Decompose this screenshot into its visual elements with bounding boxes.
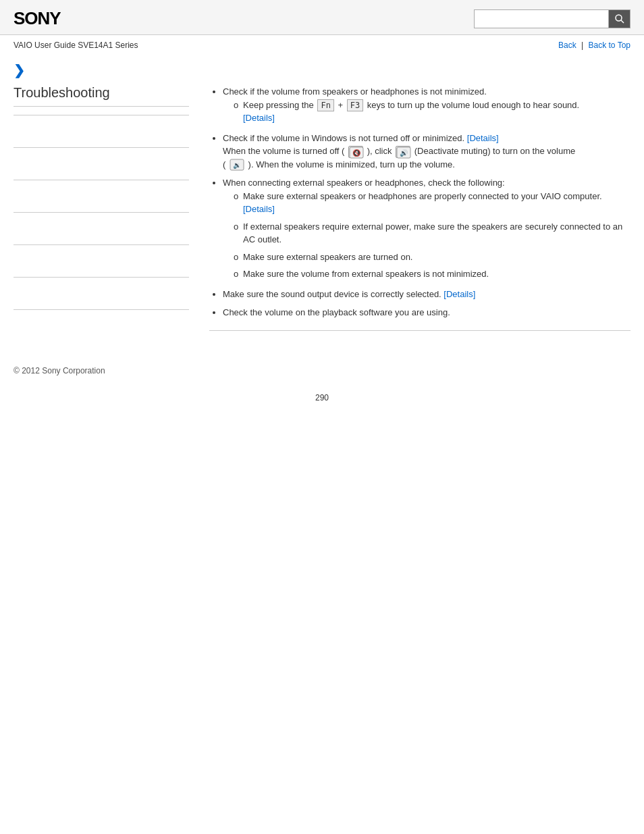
search-input[interactable] bbox=[474, 9, 609, 28]
speaker-icon-svg: 🔉 bbox=[230, 159, 244, 171]
content-area: Check if the volume from speakers or hea… bbox=[203, 85, 630, 342]
svg-text:🔊: 🔊 bbox=[400, 149, 408, 157]
bullet1-text: Check if the volume from speakers or hea… bbox=[223, 86, 487, 97]
bullet2-body4b: ). When the volume is minimized, turn up… bbox=[248, 159, 455, 170]
sub-item-3-2: If external speakers require external po… bbox=[234, 220, 630, 246]
sidebar-divider-5 bbox=[14, 244, 189, 245]
sidebar-section-title: Troubleshooting bbox=[14, 85, 189, 107]
sidebar-divider-2 bbox=[14, 147, 189, 148]
sub1-1-post: keys to turn up the volume loud enough t… bbox=[367, 100, 579, 110]
svg-point-0 bbox=[616, 15, 622, 21]
deactivate-mute-icon-svg: 🔊 bbox=[396, 147, 411, 159]
search-icon bbox=[614, 14, 625, 24]
list-item-4: Make sure the sound output device is cor… bbox=[223, 288, 630, 301]
details-link-4[interactable]: [Details] bbox=[444, 289, 475, 299]
sub-item-1-1: Keep pressing the Fn + F3 keys to turn u… bbox=[234, 99, 630, 125]
bullet2-pre: Check if the volume in Windows is not tu… bbox=[223, 133, 464, 143]
breadcrumb-bar: VAIO User Guide SVE14A1 Series Back | Ba… bbox=[0, 35, 644, 55]
content-bottom-divider bbox=[209, 330, 630, 331]
sub-item-3-3: Make sure external speakers are turned o… bbox=[234, 251, 630, 264]
search-button[interactable] bbox=[609, 9, 630, 28]
sidebar-item-4 bbox=[14, 219, 189, 238]
sidebar-item-2 bbox=[14, 155, 189, 173]
page-number: 290 bbox=[0, 386, 644, 409]
sub3-1-pre: Make sure external speakers or headphone… bbox=[243, 191, 602, 201]
sidebar-divider-7 bbox=[14, 309, 189, 310]
chevron-area: ❯ bbox=[0, 55, 644, 78]
mute-icon: 🔇 bbox=[348, 146, 363, 158]
nav-separator: | bbox=[581, 41, 583, 50]
sidebar-divider-4 bbox=[14, 212, 189, 213]
list-item-5: Check the volume on the playback softwar… bbox=[223, 306, 630, 319]
copyright-text: © 2012 Sony Corporation bbox=[14, 366, 105, 375]
list-item-2: Check if the volume in Windows is not tu… bbox=[223, 132, 630, 172]
svg-line-1 bbox=[621, 20, 624, 23]
sub1-1-plus: + bbox=[338, 100, 346, 110]
sub-list-3: Make sure external speakers or headphone… bbox=[223, 190, 630, 281]
main-list: Check if the volume from speakers or hea… bbox=[209, 85, 630, 319]
sidebar-item-1 bbox=[14, 122, 189, 140]
bullet2-body2: ), click bbox=[367, 146, 394, 156]
sony-logo: SONY bbox=[14, 8, 61, 29]
bullet2-body4a: ( bbox=[223, 159, 225, 170]
sub1-1-key2: F3 bbox=[347, 99, 363, 111]
nav-links: Back | Back to Top bbox=[558, 41, 630, 50]
details-link-3[interactable]: [Details] bbox=[243, 204, 275, 214]
sub1-1-pre: Keep pressing the bbox=[243, 100, 314, 110]
sub1-1-keys: Fn bbox=[317, 99, 333, 111]
speaker-icon: 🔉 bbox=[230, 159, 244, 171]
chevron-right-icon: ❯ bbox=[14, 63, 25, 78]
svg-text:🔇: 🔇 bbox=[352, 149, 361, 157]
back-link[interactable]: Back bbox=[558, 41, 576, 50]
sidebar-divider-6 bbox=[14, 277, 189, 278]
sidebar-item-5 bbox=[14, 252, 189, 270]
bullet3-text: When connecting external speakers or hea… bbox=[223, 178, 505, 188]
bullet2-body3: (Deactivate muting) to turn on the volum… bbox=[414, 146, 575, 156]
list-item-1: Check if the volume from speakers or hea… bbox=[223, 85, 630, 125]
mute-icon-svg: 🔇 bbox=[349, 147, 364, 159]
details-link-1[interactable]: [Details] bbox=[243, 113, 275, 123]
bullet2-body1: When the volume is turned off ( bbox=[223, 146, 344, 156]
sidebar-item-3 bbox=[14, 187, 189, 205]
page-header: SONY bbox=[0, 0, 644, 35]
list-item-3: When connecting external speakers or hea… bbox=[223, 176, 630, 281]
search-area bbox=[474, 9, 630, 28]
sub-list-1: Keep pressing the Fn + F3 keys to turn u… bbox=[223, 99, 630, 125]
svg-text:🔉: 🔉 bbox=[233, 161, 242, 170]
footer: © 2012 Sony Corporation bbox=[0, 355, 644, 386]
guide-title: VAIO User Guide SVE14A1 Series bbox=[14, 41, 138, 50]
sub-item-3-1: Make sure external speakers or headphone… bbox=[234, 190, 630, 216]
sidebar-item-6 bbox=[14, 284, 189, 303]
details-link-2[interactable]: [Details] bbox=[467, 133, 499, 143]
sub-item-3-4: Make sure the volume from external speak… bbox=[234, 267, 630, 281]
back-to-top-link[interactable]: Back to Top bbox=[589, 41, 630, 50]
bullet4-pre: Make sure the sound output device is cor… bbox=[223, 289, 441, 299]
main-layout: Troubleshooting Check if the volume from… bbox=[0, 78, 644, 355]
sidebar-divider-1 bbox=[14, 115, 189, 115]
deactivate-mute-icon: 🔊 bbox=[396, 146, 410, 158]
sidebar-divider-3 bbox=[14, 180, 189, 180]
sidebar: Troubleshooting bbox=[14, 85, 203, 342]
